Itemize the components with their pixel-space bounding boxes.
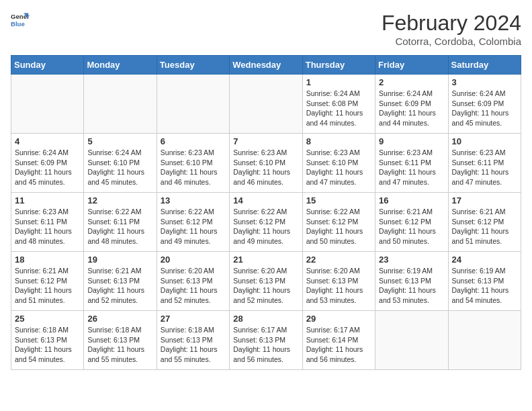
day-number: 20	[161, 255, 226, 265]
calendar-cell: 14Sunrise: 6:22 AM Sunset: 6:12 PM Dayli…	[230, 193, 302, 252]
calendar-cell: 15Sunrise: 6:22 AM Sunset: 6:12 PM Dayli…	[302, 193, 375, 252]
calendar-cell	[230, 75, 302, 134]
calendar-cell: 25Sunrise: 6:18 AM Sunset: 6:13 PM Dayli…	[11, 311, 84, 370]
calendar-cell: 10Sunrise: 6:23 AM Sunset: 6:11 PM Dayli…	[448, 134, 521, 193]
header-thursday: Thursday	[302, 56, 375, 75]
calendar-subtitle: Cotorra, Cordoba, Colombia	[382, 36, 521, 47]
day-number: 28	[233, 314, 298, 324]
day-info: Sunrise: 6:22 AM Sunset: 6:11 PM Dayligh…	[87, 207, 152, 246]
page-header: General Blue February 2024 Cotorra, Cord…	[11, 11, 521, 47]
day-number: 21	[233, 255, 298, 265]
day-number: 26	[87, 314, 152, 324]
logo-icon: General Blue	[11, 11, 30, 30]
day-info: Sunrise: 6:20 AM Sunset: 6:13 PM Dayligh…	[161, 266, 226, 306]
day-number: 11	[15, 195, 80, 205]
day-number: 23	[379, 255, 444, 265]
day-info: Sunrise: 6:24 AM Sunset: 6:09 PM Dayligh…	[452, 89, 517, 128]
calendar-cell: 7Sunrise: 6:23 AM Sunset: 6:10 PM Daylig…	[230, 134, 302, 193]
day-header-row: Sunday Monday Tuesday Wednesday Thursday…	[11, 56, 521, 75]
day-info: Sunrise: 6:24 AM Sunset: 6:09 PM Dayligh…	[15, 148, 80, 187]
day-number: 8	[306, 136, 371, 146]
day-number: 9	[379, 136, 444, 146]
calendar-week-5: 25Sunrise: 6:18 AM Sunset: 6:13 PM Dayli…	[11, 311, 521, 370]
day-info: Sunrise: 6:23 AM Sunset: 6:11 PM Dayligh…	[15, 207, 80, 246]
day-number: 19	[87, 255, 152, 265]
calendar-week-1: 1Sunrise: 6:24 AM Sunset: 6:08 PM Daylig…	[11, 75, 521, 134]
day-info: Sunrise: 6:23 AM Sunset: 6:11 PM Dayligh…	[452, 148, 517, 187]
day-info: Sunrise: 6:18 AM Sunset: 6:13 PM Dayligh…	[161, 325, 226, 365]
calendar-cell	[375, 311, 448, 370]
day-info: Sunrise: 6:18 AM Sunset: 6:13 PM Dayligh…	[87, 325, 152, 365]
day-number: 14	[233, 195, 298, 205]
calendar-cell: 11Sunrise: 6:23 AM Sunset: 6:11 PM Dayli…	[11, 193, 84, 252]
calendar-week-4: 18Sunrise: 6:21 AM Sunset: 6:12 PM Dayli…	[11, 252, 521, 311]
calendar-cell	[157, 75, 229, 134]
day-info: Sunrise: 6:21 AM Sunset: 6:12 PM Dayligh…	[379, 207, 444, 246]
calendar-cell: 1Sunrise: 6:24 AM Sunset: 6:08 PM Daylig…	[302, 75, 375, 134]
calendar-cell: 21Sunrise: 6:20 AM Sunset: 6:13 PM Dayli…	[230, 252, 302, 311]
calendar-cell: 12Sunrise: 6:22 AM Sunset: 6:11 PM Dayli…	[84, 193, 157, 252]
calendar-cell: 2Sunrise: 6:24 AM Sunset: 6:09 PM Daylig…	[375, 75, 448, 134]
calendar-cell: 16Sunrise: 6:21 AM Sunset: 6:12 PM Dayli…	[375, 193, 448, 252]
calendar-cell: 19Sunrise: 6:21 AM Sunset: 6:13 PM Dayli…	[84, 252, 157, 311]
day-number: 2	[379, 77, 444, 87]
day-info: Sunrise: 6:24 AM Sunset: 6:09 PM Dayligh…	[379, 89, 444, 128]
day-info: Sunrise: 6:23 AM Sunset: 6:11 PM Dayligh…	[379, 148, 444, 187]
day-info: Sunrise: 6:19 AM Sunset: 6:13 PM Dayligh…	[379, 266, 444, 306]
day-info: Sunrise: 6:20 AM Sunset: 6:13 PM Dayligh…	[233, 266, 298, 306]
day-number: 15	[306, 195, 371, 205]
calendar-cell	[84, 75, 157, 134]
svg-text:Blue: Blue	[11, 20, 25, 28]
calendar-title: February 2024	[382, 11, 521, 36]
day-info: Sunrise: 6:20 AM Sunset: 6:13 PM Dayligh…	[306, 266, 371, 306]
day-number: 25	[15, 314, 80, 324]
calendar-cell: 6Sunrise: 6:23 AM Sunset: 6:10 PM Daylig…	[157, 134, 229, 193]
day-info: Sunrise: 6:21 AM Sunset: 6:13 PM Dayligh…	[87, 266, 152, 306]
day-number: 18	[15, 255, 80, 265]
calendar-cell: 5Sunrise: 6:24 AM Sunset: 6:10 PM Daylig…	[84, 134, 157, 193]
calendar-cell: 13Sunrise: 6:22 AM Sunset: 6:12 PM Dayli…	[157, 193, 229, 252]
day-info: Sunrise: 6:23 AM Sunset: 6:10 PM Dayligh…	[161, 148, 226, 187]
day-number: 12	[87, 195, 152, 205]
calendar-cell: 28Sunrise: 6:17 AM Sunset: 6:13 PM Dayli…	[230, 311, 302, 370]
day-number: 1	[306, 77, 371, 87]
day-number: 3	[452, 77, 517, 87]
calendar-cell: 20Sunrise: 6:20 AM Sunset: 6:13 PM Dayli…	[157, 252, 229, 311]
calendar-cell: 8Sunrise: 6:23 AM Sunset: 6:10 PM Daylig…	[302, 134, 375, 193]
calendar-cell: 9Sunrise: 6:23 AM Sunset: 6:11 PM Daylig…	[375, 134, 448, 193]
calendar-week-2: 4Sunrise: 6:24 AM Sunset: 6:09 PM Daylig…	[11, 134, 521, 193]
day-number: 24	[452, 255, 517, 265]
header-monday: Monday	[84, 56, 157, 75]
day-number: 17	[452, 195, 517, 205]
calendar-cell: 4Sunrise: 6:24 AM Sunset: 6:09 PM Daylig…	[11, 134, 84, 193]
header-wednesday: Wednesday	[230, 56, 302, 75]
day-number: 10	[452, 136, 517, 146]
calendar-cell	[448, 311, 521, 370]
day-number: 13	[161, 195, 226, 205]
day-number: 16	[379, 195, 444, 205]
header-tuesday: Tuesday	[157, 56, 229, 75]
day-info: Sunrise: 6:21 AM Sunset: 6:12 PM Dayligh…	[15, 266, 80, 306]
calendar-cell: 29Sunrise: 6:17 AM Sunset: 6:14 PM Dayli…	[302, 311, 375, 370]
calendar-cell: 27Sunrise: 6:18 AM Sunset: 6:13 PM Dayli…	[157, 311, 229, 370]
day-info: Sunrise: 6:24 AM Sunset: 6:08 PM Dayligh…	[306, 89, 371, 128]
header-friday: Friday	[375, 56, 448, 75]
calendar-cell: 18Sunrise: 6:21 AM Sunset: 6:12 PM Dayli…	[11, 252, 84, 311]
day-info: Sunrise: 6:22 AM Sunset: 6:12 PM Dayligh…	[161, 207, 226, 246]
calendar-cell	[11, 75, 84, 134]
day-info: Sunrise: 6:23 AM Sunset: 6:10 PM Dayligh…	[233, 148, 298, 187]
header-saturday: Saturday	[448, 56, 521, 75]
day-number: 4	[15, 136, 80, 146]
day-info: Sunrise: 6:19 AM Sunset: 6:13 PM Dayligh…	[452, 266, 517, 306]
day-number: 27	[161, 314, 226, 324]
calendar-table: Sunday Monday Tuesday Wednesday Thursday…	[11, 55, 521, 370]
title-block: February 2024 Cotorra, Cordoba, Colombia	[382, 11, 521, 47]
day-number: 5	[87, 136, 152, 146]
day-info: Sunrise: 6:24 AM Sunset: 6:10 PM Dayligh…	[87, 148, 152, 187]
calendar-cell: 26Sunrise: 6:18 AM Sunset: 6:13 PM Dayli…	[84, 311, 157, 370]
day-info: Sunrise: 6:22 AM Sunset: 6:12 PM Dayligh…	[306, 207, 371, 246]
calendar-cell: 22Sunrise: 6:20 AM Sunset: 6:13 PM Dayli…	[302, 252, 375, 311]
day-info: Sunrise: 6:17 AM Sunset: 6:13 PM Dayligh…	[233, 325, 298, 365]
day-number: 6	[161, 136, 226, 146]
day-number: 22	[306, 255, 371, 265]
